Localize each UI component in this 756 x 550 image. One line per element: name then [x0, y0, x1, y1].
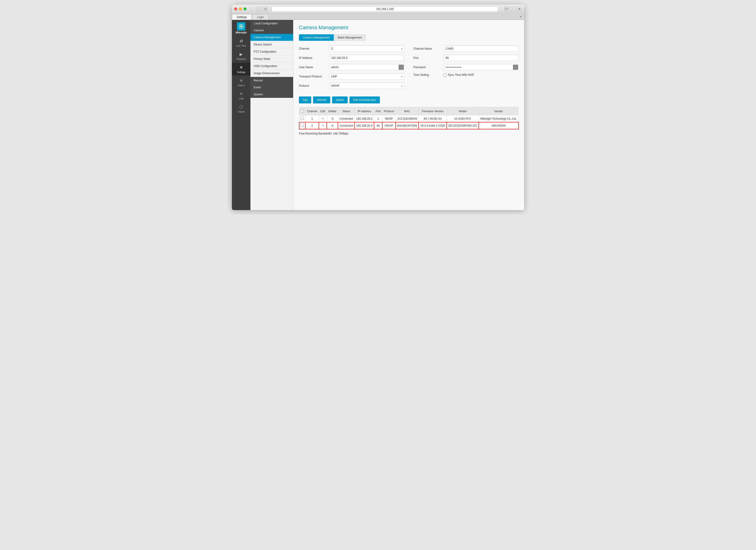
table-row: 2 ✎ 🗑 Connected 192.168.20.5 80 ONVIF B4…: [299, 122, 519, 129]
user-name-label: User Name: [299, 66, 329, 69]
row2-edit-icon[interactable]: ✎: [322, 124, 324, 127]
left-panel-item-device-search[interactable]: Device Search: [250, 41, 293, 48]
port-row: Port: [413, 55, 519, 61]
sidebar-item-logs[interactable]: ≡ Logs: [232, 89, 250, 102]
left-panel-item-ptz-configuration[interactable]: PTZ Configuration: [250, 48, 293, 55]
new-tab-button[interactable]: ⊞: [517, 7, 522, 11]
password-input[interactable]: [444, 64, 519, 70]
row1-model: UI-2A83-PCV: [447, 115, 479, 122]
row1-checkbox[interactable]: [301, 117, 304, 120]
close-button[interactable]: [234, 7, 237, 10]
row1-delete-icon[interactable]: 🗑: [331, 117, 334, 120]
logout-icon: ⬡: [239, 104, 243, 109]
refresh-button[interactable]: Refresh: [313, 96, 330, 103]
action-buttons: Add Refresh Delete Edit Authentication: [299, 96, 519, 103]
sync-time-checkbox[interactable]: [444, 74, 447, 77]
system-section-header[interactable]: System: [250, 91, 293, 98]
left-panel-section-record: Record: [250, 77, 293, 84]
left-panel-section-event: Event: [250, 84, 293, 91]
sidebar-item-live-view[interactable]: ⇄ Live View: [232, 36, 250, 49]
left-panel-section-camera: Camera Camera Management Device Search P…: [250, 27, 293, 77]
event-section-header[interactable]: Event: [250, 84, 293, 91]
col-header-mac: MAC: [396, 107, 419, 115]
sidebar-item-status-label: Status: [238, 84, 244, 87]
col-header-status: Status: [338, 107, 355, 115]
nav-arrows: ‹ ›: [250, 7, 261, 11]
row2-ip-address: 192.168.20.5: [355, 122, 374, 129]
col-header-channel: Channel: [305, 107, 319, 115]
record-section-header[interactable]: Record: [250, 77, 293, 84]
sidebar-toggle-button[interactable]: ⊟: [263, 7, 268, 11]
edit-authentication-button[interactable]: Edit Authentication: [349, 96, 380, 103]
channel-name-input[interactable]: [444, 45, 519, 52]
row2-channel: 2: [305, 122, 319, 129]
ip-address-input[interactable]: [329, 55, 404, 61]
transport-protocol-select-wrap: UDP ▾: [329, 73, 404, 80]
reload-button[interactable]: ↺: [505, 7, 508, 11]
tab-settings[interactable]: Settings: [232, 14, 252, 20]
row1-mac: 1CC3162365A6: [396, 115, 419, 122]
row1-vendor: Milesight Technology Co.,Ltd.: [479, 115, 518, 122]
protocol-row: Protocol ONVIF ▾: [299, 83, 404, 89]
page-tabs: Camera Management Batch Management: [299, 34, 519, 41]
back-button[interactable]: ‹: [250, 7, 255, 11]
port-field-wrap: [444, 55, 519, 61]
sidebar-item-playback[interactable]: ▶ Playback: [232, 49, 250, 62]
local-configuration-header[interactable]: Local Configuration: [250, 20, 293, 27]
maximize-button[interactable]: [243, 7, 247, 10]
user-name-more-button[interactable]: ⋯: [399, 65, 404, 70]
channel-select[interactable]: 3: [329, 45, 404, 52]
left-panel-item-camera-management[interactable]: Camera Management: [250, 34, 293, 41]
col-header-edit: Edit: [319, 107, 327, 115]
channel-name-row: Channel Name: [413, 45, 519, 52]
share-button[interactable]: ↑: [510, 7, 515, 11]
port-input[interactable]: [444, 55, 519, 61]
logo-area: Milesight: [236, 22, 247, 34]
logo-text: Milesight: [236, 31, 247, 34]
password-more-button[interactable]: ⋯: [513, 65, 518, 70]
logo-icon: [237, 22, 245, 31]
sidebar-item-settings[interactable]: ✕ Settings: [232, 63, 250, 75]
tab-camera-management[interactable]: Camera Management: [299, 34, 334, 41]
transport-protocol-label: Transport Protocol: [299, 75, 329, 78]
camera-section-header[interactable]: Camera: [250, 27, 293, 34]
row1-port: 1: [374, 115, 382, 122]
user-name-input[interactable]: [329, 64, 404, 70]
left-panel-item-privacy-mask[interactable]: Privacy Mask: [250, 55, 293, 63]
password-row: Password ⋯: [413, 64, 519, 70]
row1-checkbox-cell: [299, 115, 305, 122]
time-setting-checkbox-wrap: Sync Time With NVR: [444, 73, 519, 77]
time-setting-row: Time Setting Sync Time With NVR: [413, 73, 519, 77]
row2-model: DS-2CD2H35FWD-IZS: [447, 122, 479, 129]
row2-checkbox[interactable]: [301, 124, 304, 127]
col-header-protocol: Protocol: [382, 107, 396, 115]
forward-button[interactable]: ›: [256, 7, 261, 11]
protocol-select-wrap: ONVIF ▾: [329, 83, 404, 89]
tab-batch-management[interactable]: Batch Management: [334, 34, 366, 41]
camera-table: Channel Edit Delete Status IP Address Po…: [299, 107, 519, 129]
channel-name-label: Channel Name: [413, 47, 444, 50]
row1-delete: 🗑: [327, 115, 338, 122]
password-field-wrap: ⋯: [444, 64, 519, 70]
table-row: 1 ✎ 🗑 Connected 192.168.20.2 1 MSSP 1CC3…: [299, 115, 519, 122]
new-tab-add-button[interactable]: +: [520, 15, 522, 19]
left-panel-item-image-enhancement[interactable]: Image Enhancement: [250, 70, 293, 77]
row1-edit-icon[interactable]: ✎: [322, 117, 324, 120]
url-bar[interactable]: 192.168.1.200: [272, 6, 498, 12]
sidebar-item-status[interactable]: ✳ Status: [232, 76, 250, 89]
col-header-delete: Delete: [327, 107, 338, 115]
col-header-vendor: Vendor: [479, 107, 518, 115]
delete-button[interactable]: Delete: [332, 96, 348, 103]
add-button[interactable]: Add: [299, 96, 311, 103]
tab-login[interactable]: Login: [252, 14, 269, 20]
left-panel-item-osd-configuration[interactable]: OSD Configuration: [250, 63, 293, 70]
select-all-checkbox[interactable]: [301, 109, 304, 112]
protocol-label: Protocol: [299, 84, 329, 87]
row1-ip-address: 192.168.20.2: [355, 115, 374, 122]
sidebar-item-logout[interactable]: ⬡ Logout: [232, 102, 250, 115]
minimize-button[interactable]: [239, 7, 242, 10]
protocol-select[interactable]: ONVIF: [329, 83, 404, 89]
row2-delete-icon[interactable]: 🗑: [331, 124, 334, 127]
transport-protocol-select[interactable]: UDP: [329, 73, 404, 80]
col-header-ip-address: IP Address: [355, 107, 374, 115]
